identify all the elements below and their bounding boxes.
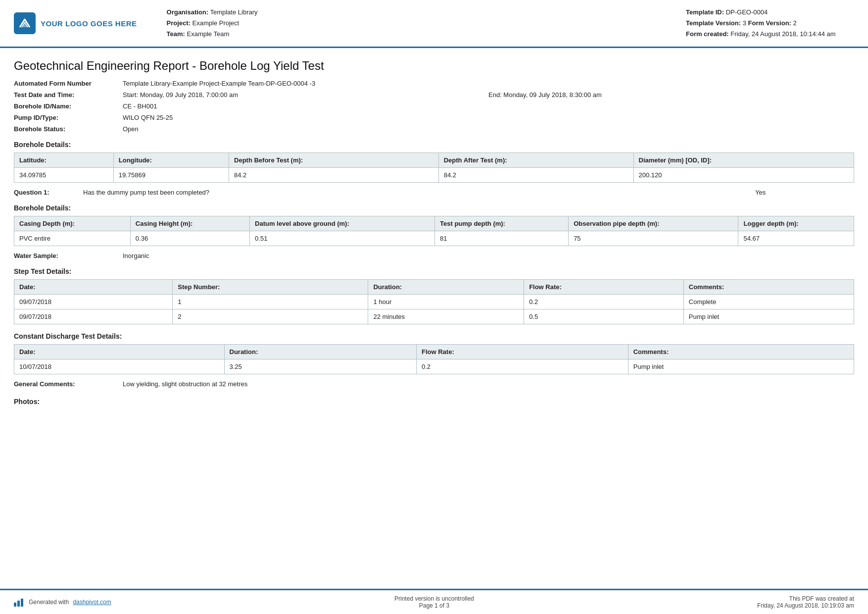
team-value: Example Team — [187, 30, 229, 38]
col-longitude: Longitude: — [113, 153, 229, 168]
cell-comments-2: Pump inlet — [683, 309, 854, 324]
col-diameter: Diameter (mm) [OD, ID]: — [633, 153, 854, 168]
cell-latitude: 34.09785 — [14, 168, 114, 183]
cell-date-1: 09/07/2018 — [14, 295, 173, 309]
team-label: Team: — [167, 30, 185, 38]
footer-right-line1: This PDF was created at — [757, 595, 854, 602]
footer-center-line1: Printed version is uncontrolled — [394, 595, 474, 602]
cell-datum-level: 0.51 — [250, 231, 435, 246]
cell-cd-duration: 3.25 — [224, 359, 417, 374]
question1-text: Has the dummy pump test been completed? — [83, 189, 755, 196]
header-right: Template ID: DP-GEO-0004 Template Versio… — [686, 7, 854, 40]
footer-right: This PDF was created at Friday, 24 Augus… — [757, 595, 854, 609]
photos-label: Photos: — [14, 398, 854, 406]
cell-date-2: 09/07/2018 — [14, 309, 173, 324]
template-id-line: Template ID: DP-GEO-0004 — [686, 7, 854, 18]
organisation-value: Template Library — [210, 8, 257, 16]
col-logger-depth: Logger depth (m): — [738, 216, 854, 231]
table-row: 10/07/2018 3.25 0.2 Pump inlet — [14, 359, 854, 374]
step-test-table: Date: Step Number: Duration: Flow Rate: … — [14, 279, 854, 324]
header: YOUR LOGO GOES HERE Organisation: Templa… — [0, 0, 868, 48]
borehole-details-1-title: Borehole Details: — [14, 141, 854, 149]
footer-generated-text: Generated with — [29, 599, 69, 606]
automated-form-value: Template Library-Example Project-Example… — [123, 80, 854, 87]
svg-rect-1 — [17, 601, 20, 607]
borehole-details-2-header-row: Casing Depth (m): Casing Height (m): Dat… — [14, 216, 854, 231]
constant-discharge-title: Constant Discharge Test Details: — [14, 332, 854, 340]
pump-id-row: Pump ID/Type: WILO QFN 25-25 — [14, 114, 854, 121]
cell-flow-2: 0.5 — [524, 309, 684, 324]
table-row: 09/07/2018 2 22 minutes 0.5 Pump inlet — [14, 309, 854, 324]
cell-cd-comments: Pump inlet — [628, 359, 854, 374]
cell-cd-flow-rate: 0.2 — [417, 359, 628, 374]
col-depth-after: Depth After Test (m): — [438, 153, 633, 168]
version-line: Template Version: 3 Form Version: 2 — [686, 18, 854, 29]
organisation-line: Organisation: Template Library — [167, 7, 676, 18]
table-row: 09/07/2018 1 1 hour 0.2 Complete — [14, 295, 854, 309]
constant-discharge-table: Date: Duration: Flow Rate: Comments: 10/… — [14, 344, 854, 374]
col-duration: Duration: — [368, 280, 524, 295]
col-date: Date: — [14, 280, 173, 295]
cell-longitude: 19.75869 — [113, 168, 229, 183]
cell-step-2: 2 — [173, 309, 368, 324]
question1-row: Question 1: Has the dummy pump test been… — [14, 189, 854, 196]
test-date-row: Test Date and Time: Start: Monday, 09 Ju… — [14, 91, 854, 99]
form-created-label: Form created: — [686, 30, 729, 38]
svg-rect-0 — [14, 603, 16, 607]
header-center: Organisation: Template Library Project: … — [147, 7, 676, 40]
borehole-id-value: CE - BH001 — [123, 102, 854, 110]
col-latitude: Latitude: — [14, 153, 114, 168]
test-date-label: Test Date and Time: — [14, 91, 123, 99]
step-test-header-row: Date: Step Number: Duration: Flow Rate: … — [14, 280, 854, 295]
form-created-value: Friday, 24 August 2018, 10:14:44 am — [730, 30, 835, 38]
col-cd-flow-rate: Flow Rate: — [417, 345, 628, 359]
cell-test-pump-depth: 81 — [435, 231, 569, 246]
col-observation-pipe: Observation pipe depth (m): — [569, 216, 738, 231]
cell-diameter: 200.120 — [633, 168, 854, 183]
footer-center: Printed version is uncontrolled Page 1 o… — [394, 595, 474, 609]
automated-form-row: Automated Form Number Template Library-E… — [14, 80, 854, 87]
cell-casing-depth: PVC entire — [14, 231, 131, 246]
col-cd-duration: Duration: — [224, 345, 417, 359]
logo-icon — [14, 12, 36, 34]
col-comments: Comments: — [683, 280, 854, 295]
template-id-label: Template ID: — [686, 8, 724, 16]
organisation-label: Organisation: — [167, 8, 209, 16]
cell-flow-1: 0.2 — [524, 295, 684, 309]
footer-left: Generated with dashpivot.com — [14, 597, 111, 608]
borehole-details-1-table: Latitude: Longitude: Depth Before Test (… — [14, 153, 854, 183]
water-sample-row: Water Sample: Inorganic — [14, 252, 854, 259]
pump-id-label: Pump ID/Type: — [14, 114, 123, 121]
borehole-id-label: Borehole ID/Name: — [14, 102, 123, 110]
footer: Generated with dashpivot.com Printed ver… — [0, 589, 868, 614]
cell-duration-1: 1 hour — [368, 295, 524, 309]
template-id-value: DP-GEO-0004 — [726, 8, 768, 16]
general-comments-row: General Comments: Low yielding, slight o… — [14, 380, 854, 388]
col-casing-height: Casing Height (m): — [130, 216, 249, 231]
automated-form-label: Automated Form Number — [14, 80, 123, 87]
cell-step-1: 1 — [173, 295, 368, 309]
col-test-pump-depth: Test pump depth (m): — [435, 216, 569, 231]
col-flow-rate: Flow Rate: — [524, 280, 684, 295]
question1-answer: Yes — [755, 189, 854, 196]
footer-link[interactable]: dashpivot.com — [73, 599, 111, 606]
table-row: 34.09785 19.75869 84.2 84.2 200.120 — [14, 168, 854, 183]
col-cd-comments: Comments: — [628, 345, 854, 359]
borehole-status-label: Borehole Status: — [14, 125, 123, 133]
col-depth-before: Depth Before Test (m): — [229, 153, 439, 168]
cell-duration-2: 22 minutes — [368, 309, 524, 324]
cell-casing-height: 0.36 — [130, 231, 249, 246]
project-line: Project: Example Project — [167, 18, 676, 29]
water-sample-label: Water Sample: — [14, 252, 123, 259]
footer-logo-icon — [14, 597, 25, 608]
col-cd-date: Date: — [14, 345, 225, 359]
cell-depth-before: 84.2 — [229, 168, 439, 183]
main-content: Geotechnical Engineering Report - Boreho… — [0, 48, 868, 589]
borehole-details-2-table: Casing Depth (m): Casing Height (m): Dat… — [14, 216, 854, 246]
cell-depth-after: 84.2 — [438, 168, 633, 183]
table-row: PVC entire 0.36 0.51 81 75 54.67 — [14, 231, 854, 246]
pump-id-value: WILO QFN 25-25 — [123, 114, 854, 121]
cell-comments-1: Complete — [683, 295, 854, 309]
borehole-status-row: Borehole Status: Open — [14, 125, 854, 133]
cell-observation-pipe: 75 — [569, 231, 738, 246]
